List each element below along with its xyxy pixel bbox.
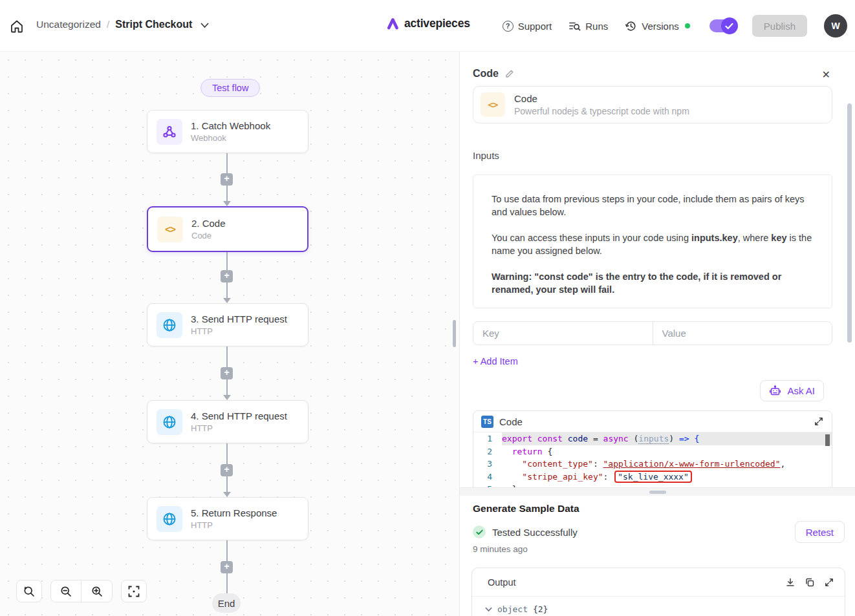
output-title: Output: [488, 577, 785, 588]
globe-icon: [157, 409, 182, 435]
expand-output-icon[interactable]: [824, 577, 834, 588]
zoom-out-button[interactable]: [51, 580, 81, 602]
add-step-button[interactable]: +: [221, 561, 233, 573]
output-card: Output: [471, 568, 845, 616]
edit-name-icon[interactable]: [504, 69, 514, 79]
test-status-text: Tested Successfully: [492, 527, 578, 538]
step-subtitle: Code: [191, 231, 226, 240]
home-icon[interactable]: [9, 19, 25, 34]
add-step-button[interactable]: +: [221, 270, 233, 282]
top-nav: ? Support Runs Versions Pub: [503, 0, 847, 52]
chevron-down-icon[interactable]: [485, 607, 492, 612]
retest-button[interactable]: Retest: [795, 521, 845, 543]
step-subtitle: HTTP: [191, 326, 287, 336]
flow-end-node: End: [212, 593, 241, 613]
fit-to-view-button[interactable]: [121, 580, 147, 602]
drag-handle[interactable]: [649, 491, 666, 494]
flow-canvas[interactable]: Test flow 1. Catch Webhook Webhook + <> …: [0, 52, 459, 616]
typescript-icon: TS: [481, 416, 493, 428]
step-card-code[interactable]: <> 2. Code Code: [147, 206, 308, 252]
step-subtitle: HTTP: [191, 520, 277, 530]
publish-button[interactable]: Publish: [752, 15, 807, 37]
key-value-row: [473, 321, 832, 345]
connector-arrow: [223, 395, 231, 400]
add-step-button[interactable]: +: [221, 367, 233, 379]
zoom-group: [50, 580, 113, 602]
code-line[interactable]: 1export const code = async (inputs) => {: [473, 432, 832, 445]
code-line[interactable]: 4 "stripe_api_key": "sk_live_xxxx": [473, 471, 832, 483]
toggle-knob: [721, 17, 738, 34]
help-paragraph-1: To use data from previous steps in your …: [492, 193, 814, 218]
breadcrumb-separator: /: [107, 19, 109, 30]
support-label: Support: [518, 21, 552, 32]
key-input[interactable]: [473, 322, 653, 345]
output-tree-row[interactable]: object {2}: [472, 597, 845, 614]
expand-editor-icon[interactable]: [814, 416, 824, 427]
panel-scrollbar[interactable]: [847, 103, 852, 343]
step-title: 3. Send HTTP request: [191, 313, 287, 324]
activepieces-logo-icon: [386, 17, 400, 30]
code-editor-card: TS Code 1export const code = async (inpu…: [473, 410, 832, 489]
step-title: 2. Code: [191, 218, 226, 229]
test-status-row: Tested Successfully: [473, 526, 578, 538]
close-icon[interactable]: ✕: [822, 69, 830, 81]
step-subtitle: Webhook: [191, 133, 270, 143]
connector-arrow: [223, 492, 231, 497]
globe-icon: [157, 506, 182, 532]
add-item-button[interactable]: + Add Item: [473, 356, 518, 366]
code-icon: <>: [157, 217, 183, 242]
runs-icon: [568, 20, 581, 32]
chevron-down-icon[interactable]: [200, 23, 209, 28]
canvas-controls: [16, 580, 147, 602]
logo-text: activepieces: [404, 17, 470, 30]
step-title: 4. Send HTTP request: [191, 410, 287, 421]
step-card-http-2[interactable]: 4. Send HTTP request HTTP: [147, 400, 308, 443]
step-title: 5. Return Response: [191, 507, 277, 518]
copy-icon[interactable]: [805, 577, 815, 588]
help-paragraph-2: You can access these inputs in your code…: [492, 231, 814, 257]
flow-enabled-toggle[interactable]: [709, 19, 735, 32]
code-line[interactable]: 2 return {: [473, 445, 832, 458]
code-editor[interactable]: 1export const code = async (inputs) => {…: [473, 432, 832, 489]
step-settings-panel: Code ✕ <> Code Powerful nodejs & typescr…: [459, 52, 855, 616]
panel-resize-handle[interactable]: [453, 320, 456, 347]
test-flow-button[interactable]: Test flow: [200, 79, 260, 97]
code-line[interactable]: 3 "content_type": "application/x-www-for…: [473, 458, 832, 471]
step-card-catch-webhook[interactable]: 1. Catch Webhook Webhook: [147, 110, 308, 153]
add-step-button[interactable]: +: [221, 464, 233, 476]
step-card-http-1[interactable]: 3. Send HTTP request HTTP: [147, 303, 308, 346]
help-warning: Warning: "const code" is the entry to th…: [492, 270, 814, 296]
connector-arrow: [223, 298, 231, 303]
top-header: Uncategorized / Stript Checkout activepi…: [0, 0, 855, 52]
breadcrumb-folder[interactable]: Uncategorized: [36, 19, 101, 30]
versions-label: Versions: [642, 21, 679, 32]
step-card-return-response[interactable]: 5. Return Response HTTP: [147, 497, 308, 540]
activepieces-logo: activepieces: [386, 17, 470, 30]
editor-scrollbar[interactable]: [825, 434, 830, 446]
avatar[interactable]: W: [824, 14, 847, 37]
inputs-section-label: Inputs: [473, 150, 499, 161]
runs-button[interactable]: Runs: [568, 20, 608, 32]
versions-button[interactable]: Versions: [625, 20, 690, 32]
section-resize-strip[interactable]: [460, 487, 855, 496]
code-piece-icon: <>: [481, 92, 505, 117]
breadcrumb-flow-name[interactable]: Stript Checkout: [115, 19, 192, 30]
success-check-icon: [473, 526, 486, 538]
sample-data-heading: Generate Sample Data: [473, 503, 579, 515]
help-icon: ?: [503, 21, 514, 32]
step-subtitle: HTTP: [191, 423, 287, 433]
versions-history-icon: [625, 20, 637, 32]
inputs-help-box: To use data from previous steps in your …: [473, 175, 832, 308]
download-icon[interactable]: [785, 577, 795, 588]
piece-description: Powerful nodejs & typescript code with n…: [514, 106, 689, 116]
zoom-in-button[interactable]: [81, 580, 112, 602]
webhook-icon: [157, 119, 182, 145]
add-step-button[interactable]: +: [221, 173, 233, 186]
support-button[interactable]: ? Support: [503, 21, 552, 32]
breadcrumb: Uncategorized / Stript Checkout: [36, 19, 209, 30]
tree-node-type: object: [497, 604, 528, 614]
value-input[interactable]: [653, 322, 832, 345]
reset-zoom-button[interactable]: [16, 580, 42, 602]
test-timestamp: 9 minutes ago: [473, 544, 528, 554]
ask-ai-button[interactable]: Ask AI: [760, 380, 824, 401]
